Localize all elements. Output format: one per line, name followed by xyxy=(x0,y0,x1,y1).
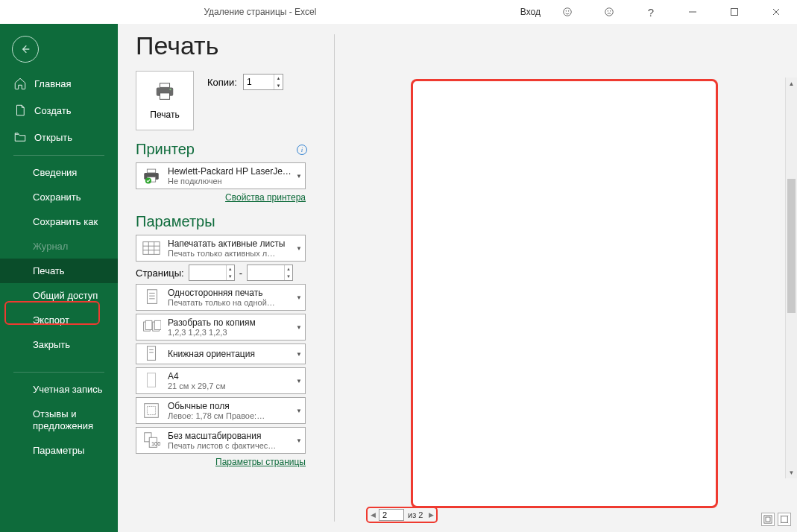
chevron-down-icon: ▼ xyxy=(293,163,305,189)
svg-point-0 xyxy=(564,8,572,16)
nav-share[interactable]: Общий доступ xyxy=(0,283,118,308)
nav-create[interactable]: Создать xyxy=(0,97,118,124)
nav-label: Сохранить xyxy=(33,191,81,203)
page-navigation: ◀ из 2 ▶ xyxy=(366,507,438,523)
maximize-button[interactable] xyxy=(719,1,749,22)
nav-label: Закрыть xyxy=(33,339,70,350)
chevron-down-icon: ▼ xyxy=(293,398,305,423)
window-title: Удаление страницы - Excel xyxy=(0,7,520,17)
nav-open[interactable]: Открыть xyxy=(0,124,118,151)
open-icon xyxy=(13,130,27,144)
svg-rect-31 xyxy=(147,346,155,361)
nav-label: Учетная запись xyxy=(33,384,103,395)
scroll-down[interactable]: ▼ xyxy=(786,466,797,478)
nav-save[interactable]: Сохранить xyxy=(0,185,118,209)
page-preview xyxy=(411,79,718,508)
current-page-input[interactable] xyxy=(379,509,404,521)
help-icon[interactable]: ? xyxy=(636,1,666,22)
prev-page-button[interactable]: ◀ xyxy=(368,508,378,522)
svg-rect-40 xyxy=(764,516,772,523)
svg-text:100: 100 xyxy=(151,440,160,447)
svg-point-5 xyxy=(610,10,611,11)
nav-feedback[interactable]: Отзывы и предложения xyxy=(0,402,118,438)
scaling-dropdown[interactable]: 100 Без масштабированияПечать листов с ф… xyxy=(136,427,306,454)
titlebar: Удаление страницы - Excel Вход ? xyxy=(0,0,797,24)
print-preview-pane: ◀ из 2 ▶ ▲ ▼ xyxy=(335,24,797,532)
smile-icon[interactable] xyxy=(552,1,582,22)
nav-info[interactable]: Сведения xyxy=(0,160,118,185)
printer-properties-link[interactable]: Свойства принтера xyxy=(136,192,306,203)
printer-section-heading: Принтерi xyxy=(136,141,334,158)
svg-point-1 xyxy=(566,10,567,11)
copies-input[interactable] xyxy=(244,75,274,89)
collate-icon xyxy=(136,314,166,340)
nav-label: Создать xyxy=(34,105,71,116)
print-what-dropdown[interactable]: Напечатать активные листыПечать только а… xyxy=(136,235,306,262)
svg-rect-15 xyxy=(147,169,155,173)
portrait-icon xyxy=(136,344,166,364)
svg-rect-10 xyxy=(160,83,169,88)
copies-label: Копии: xyxy=(207,77,237,88)
nav-label: Открыть xyxy=(34,132,72,143)
printer-icon xyxy=(154,81,176,102)
nav-label: Сохранить как xyxy=(33,216,98,227)
pages-to-input[interactable] xyxy=(248,265,284,280)
copies-spinner[interactable]: ▲▼ xyxy=(243,74,283,90)
chevron-down-icon: ▼ xyxy=(293,285,305,310)
minimize-button[interactable] xyxy=(678,1,708,22)
nav-account[interactable]: Учетная запись xyxy=(0,377,118,402)
paper-size-dropdown[interactable]: A421 см x 29,7 см ▼ xyxy=(136,367,306,394)
svg-rect-30 xyxy=(154,320,161,329)
printer-dropdown[interactable]: Hewlett-Packard HP LaserJe…Не подключен … xyxy=(136,162,306,189)
nav-saveas[interactable]: Сохранить как xyxy=(0,209,118,234)
collate-dropdown[interactable]: Разобрать по копиям1,2,3 1,2,3 1,2,3 ▼ xyxy=(136,314,306,341)
nav-export[interactable]: Экспорт xyxy=(0,308,118,332)
single-side-icon xyxy=(136,285,166,310)
backstage-sidebar: Главная Создать Открыть Сведения Сохрани… xyxy=(0,24,118,532)
new-icon xyxy=(13,104,27,117)
home-icon xyxy=(13,77,27,90)
sides-dropdown[interactable]: Односторонняя печатьПечатать только на о… xyxy=(136,284,306,311)
pages-from-spinner[interactable]: ▲▼ xyxy=(189,265,235,281)
paper-icon xyxy=(136,368,166,393)
scale-icon: 100 xyxy=(136,428,166,453)
nav-history: Журнал xyxy=(0,234,118,259)
svg-rect-36 xyxy=(147,406,155,414)
sheets-icon xyxy=(136,235,166,261)
nav-label: Сведения xyxy=(33,167,77,178)
spin-down[interactable]: ▼ xyxy=(274,82,283,89)
orientation-dropdown[interactable]: Книжная ориентация ▼ xyxy=(136,343,306,364)
close-button[interactable] xyxy=(761,1,791,22)
spin-up[interactable]: ▲ xyxy=(274,75,283,82)
nav-label: Печать xyxy=(33,265,65,276)
nav-options[interactable]: Параметры xyxy=(0,438,118,463)
margins-dropdown[interactable]: Обычные поляЛевое: 1,78 см Правое:… ▼ xyxy=(136,397,306,424)
back-button[interactable] xyxy=(12,36,39,63)
svg-point-2 xyxy=(568,10,569,11)
frown-icon[interactable] xyxy=(594,1,624,22)
svg-rect-41 xyxy=(766,517,770,522)
printer-status: Не подключен xyxy=(168,177,292,186)
info-icon[interactable]: i xyxy=(297,145,307,155)
margins-icon xyxy=(136,398,166,423)
scroll-up[interactable]: ▲ xyxy=(786,77,797,89)
preview-scrollbar[interactable]: ▲ ▼ xyxy=(785,77,797,478)
page-setup-link[interactable]: Параметры страницы xyxy=(136,457,306,467)
nav-print[interactable]: Печать xyxy=(0,259,118,283)
pages-from-input[interactable] xyxy=(189,265,226,280)
nav-home[interactable]: Главная xyxy=(0,70,118,97)
chevron-down-icon: ▼ xyxy=(293,314,305,340)
nav-close[interactable]: Закрыть xyxy=(0,332,118,357)
print-button[interactable]: Печать xyxy=(136,71,194,130)
next-page-button[interactable]: ▶ xyxy=(426,508,436,522)
nav-label: Главная xyxy=(34,78,71,89)
chevron-down-icon: ▼ xyxy=(293,368,305,393)
print-settings-panel: Печать Печать Копии: ▲▼ Принтерi Hewlett… xyxy=(118,24,334,532)
svg-point-4 xyxy=(608,10,608,11)
show-margins-button[interactable] xyxy=(761,513,775,526)
login-link[interactable]: Вход xyxy=(520,7,541,17)
pages-label: Страницы: xyxy=(136,267,184,279)
scroll-thumb[interactable] xyxy=(787,179,796,313)
pages-to-spinner[interactable]: ▲▼ xyxy=(247,265,293,281)
zoom-to-page-button[interactable] xyxy=(778,513,791,526)
